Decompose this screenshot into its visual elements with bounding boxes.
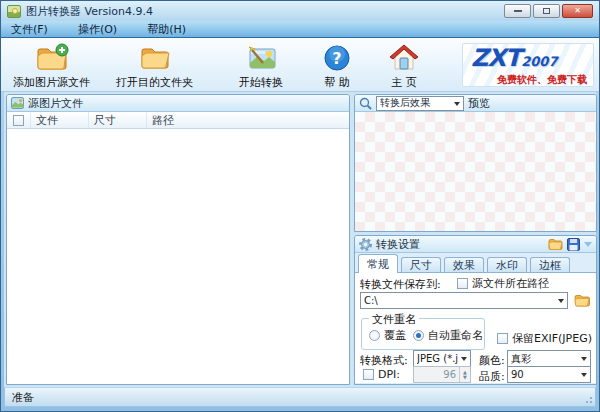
source-path-option[interactable]: 源文件所在路径 <box>457 276 549 291</box>
keep-exif-label: 保留EXIF(JPEG) <box>512 331 592 346</box>
start-convert-button[interactable]: 开始转换 <box>233 41 289 91</box>
save-path-combobox[interactable]: C:\ <box>360 292 568 309</box>
select-all-checkbox[interactable] <box>13 115 24 126</box>
dpi-spinner[interactable]: 96 ▲▼ <box>413 366 471 383</box>
help-label: 帮 助 <box>324 75 350 90</box>
source-path-checkbox-label: 源文件所在路径 <box>472 276 549 291</box>
resize-grip[interactable] <box>583 394 593 404</box>
tab-effect[interactable]: 效果 <box>444 257 484 273</box>
dpi-label: DPI: <box>378 368 400 381</box>
dpi-value: 96 <box>414 369 459 380</box>
settings-dropdown-icon[interactable] <box>584 242 592 251</box>
close-button[interactable]: ✕ <box>562 4 593 18</box>
column-file[interactable]: 文件 <box>31 112 89 128</box>
settings-tab-content: 转换文件保存到: 源文件所在路径 C:\ 文件重名 <box>355 273 596 383</box>
title-bar: 图片转换器 Version4.9.4 ✕ <box>1 1 599 21</box>
menu-bar: 文件(F) 操作(O) 帮助(H) <box>1 21 599 38</box>
tab-general[interactable]: 常规 <box>358 254 398 273</box>
format-combobox[interactable]: JPEG (*.jpg <box>413 350 471 367</box>
keep-exif-checkbox[interactable] <box>497 333 508 344</box>
source-files-panel: 源图片文件 文件 尺寸 路径 <box>6 94 350 385</box>
auto-rename-label: 自动重命名 <box>428 328 483 343</box>
preview-canvas <box>355 112 596 231</box>
column-path[interactable]: 路径 <box>147 112 349 128</box>
maximize-button[interactable] <box>533 4 560 18</box>
auto-rename-radio[interactable] <box>413 330 424 341</box>
picture-icon <box>11 97 24 109</box>
menu-help[interactable]: 帮助(H) <box>143 22 190 37</box>
browse-folder-button[interactable] <box>572 292 592 309</box>
save-to-label: 转换文件保存到: <box>360 277 441 292</box>
auto-rename-option[interactable]: 自动重命名 <box>413 328 483 343</box>
tab-border[interactable]: 边框 <box>530 257 570 273</box>
color-label: 颜色: <box>479 353 505 368</box>
folder-open-icon <box>139 42 171 74</box>
app-icon <box>7 5 21 18</box>
preview-label: 预览 <box>468 96 490 111</box>
dpi-option[interactable]: DPI: <box>363 368 400 381</box>
source-path-checkbox[interactable] <box>457 278 468 289</box>
open-dest-folder-label: 打开目的文件夹 <box>116 75 193 90</box>
status-text: 准备 <box>12 390 34 405</box>
help-icon: ? <box>323 42 351 74</box>
select-all-cell[interactable] <box>7 112 31 128</box>
source-panel-header: 源图片文件 <box>7 95 349 112</box>
quality-value: 90 <box>511 369 578 380</box>
app-window: 图片转换器 Version4.9.4 ✕ 文件(F) 操作(O) 帮助(H) 添… <box>0 0 600 412</box>
folder-add-icon <box>35 42 69 74</box>
keep-exif-option[interactable]: 保留EXIF(JPEG) <box>497 331 592 346</box>
menu-file[interactable]: 文件(F) <box>7 22 52 37</box>
source-panel-title: 源图片文件 <box>28 96 83 111</box>
open-dest-folder-button[interactable]: 打开目的文件夹 <box>110 41 199 91</box>
color-combobox[interactable]: 真彩 <box>507 350 591 367</box>
zxt2007-banner[interactable]: ZXT 2007 免费软件、免费下载 <box>462 43 594 87</box>
settings-panel-header: 转换设置 <box>355 236 596 253</box>
banner-brand-text: ZXT <box>471 46 520 70</box>
main-area: 源图片文件 文件 尺寸 路径 转换后效果 预览 <box>4 92 596 387</box>
overwrite-label: 覆盖 <box>384 328 406 343</box>
overwrite-radio[interactable] <box>369 330 380 341</box>
preview-mode-value: 转换后效果 <box>380 96 451 110</box>
settings-tabs: 常规 尺寸 效果 水印 边框 <box>355 253 596 273</box>
banner-tagline: 免费软件、免费下载 <box>471 73 587 87</box>
add-source-files-label: 添加图片源文件 <box>13 75 90 90</box>
preview-mode-select[interactable]: 转换后效果 <box>376 96 464 111</box>
dpi-checkbox[interactable] <box>363 369 374 380</box>
load-settings-icon[interactable] <box>548 238 563 250</box>
tab-size[interactable]: 尺寸 <box>401 257 441 273</box>
chevron-down-icon <box>581 357 587 364</box>
preview-panel-header: 转换后效果 预览 <box>355 95 596 112</box>
quality-label: 品质: <box>479 369 505 384</box>
toolbar: 添加图片源文件 打开目的文件夹 <box>1 38 599 92</box>
window-title: 图片转换器 Version4.9.4 <box>26 4 153 19</box>
overwrite-option[interactable]: 覆盖 <box>369 328 406 343</box>
folder-icon <box>574 294 590 307</box>
start-convert-label: 开始转换 <box>239 75 283 90</box>
banner-year-text: 2007 <box>521 55 557 68</box>
file-list-body[interactable] <box>7 129 349 384</box>
save-settings-icon[interactable] <box>567 238 580 251</box>
tab-watermark[interactable]: 水印 <box>487 257 527 273</box>
rename-group-title: 文件重名 <box>369 312 419 327</box>
home-icon <box>389 42 419 74</box>
save-path-value: C:\ <box>364 295 555 306</box>
spinner-arrows-icon[interactable]: ▲▼ <box>459 367 470 382</box>
chevron-down-icon <box>461 357 467 364</box>
convert-wand-icon <box>245 42 277 74</box>
home-label: 主 页 <box>391 75 417 90</box>
home-button[interactable]: 主 页 <box>383 41 425 91</box>
format-value: JPEG (*.jpg <box>417 353 458 364</box>
preview-panel: 转换后效果 预览 <box>354 94 597 232</box>
color-value: 真彩 <box>511 352 578 366</box>
minimize-button[interactable] <box>504 4 531 18</box>
add-source-files-button[interactable]: 添加图片源文件 <box>7 41 96 91</box>
chevron-down-icon <box>581 373 587 380</box>
quality-combobox[interactable]: 90 <box>507 366 591 383</box>
file-list-header: 文件 尺寸 路径 <box>7 112 349 129</box>
chevron-down-icon <box>454 102 460 109</box>
chevron-down-icon <box>558 299 564 306</box>
column-size[interactable]: 尺寸 <box>89 112 147 128</box>
help-button[interactable]: ? 帮 助 <box>317 41 357 91</box>
menu-operation[interactable]: 操作(O) <box>74 22 121 37</box>
settings-panel-title: 转换设置 <box>376 237 420 252</box>
